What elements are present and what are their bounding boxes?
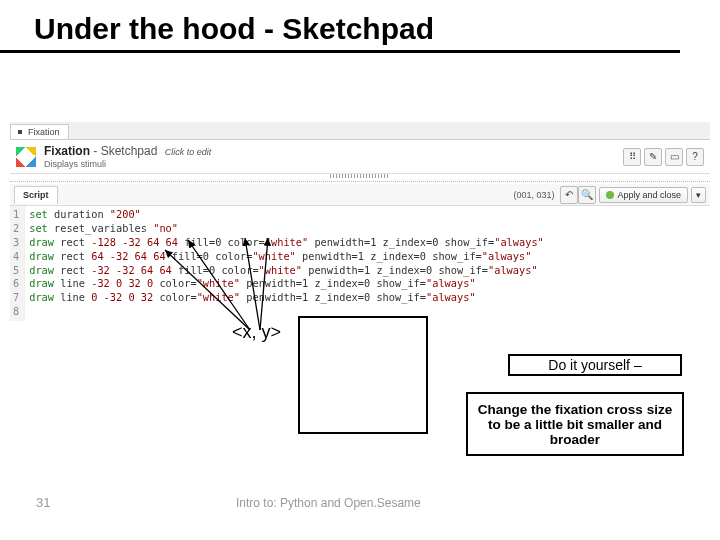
script-toolbar: Script (001, 031) ↶ 🔍 Apply and close ▾ <box>10 184 710 206</box>
annotation-diy-box: Do it yourself – <box>508 354 682 376</box>
opensesame-app: Fixation Fixation - Sketchpad Click to e… <box>10 122 710 325</box>
click-to-edit-hint: Click to edit <box>165 147 212 157</box>
annotation-task-box: Change the fixation cross size to be a l… <box>466 392 684 456</box>
fixation-icon <box>15 127 25 137</box>
apply-dot-icon <box>606 191 614 199</box>
script-editor[interactable]: 12345678 set duration "200" set reset_va… <box>10 206 710 325</box>
tab-label: Fixation <box>28 127 60 137</box>
tab-fixation[interactable]: Fixation <box>10 124 69 139</box>
svg-line-2 <box>245 238 260 330</box>
pick-icon[interactable]: ⠿ <box>623 148 641 166</box>
tab-script[interactable]: Script <box>14 186 58 204</box>
slide-title: Under the hood - Sketchpad <box>0 0 680 53</box>
apply-menu-caret[interactable]: ▾ <box>691 187 706 203</box>
rename-icon[interactable]: ✎ <box>644 148 662 166</box>
item-subtitle: Displays stimuli <box>44 159 615 169</box>
header-buttons: ⠿ ✎ ▭ ? <box>623 148 704 166</box>
sketchpad-icon <box>16 147 36 167</box>
apply-and-close-button[interactable]: Apply and close <box>599 187 688 203</box>
history-icon[interactable]: ↶ <box>560 186 578 204</box>
line-gutter: 12345678 <box>10 206 25 321</box>
slide-footer: Intro to: Python and Open.Sesame <box>236 496 421 510</box>
help-icon[interactable]: ? <box>686 148 704 166</box>
cursor-coords: (001, 031) <box>513 190 554 200</box>
item-name: Fixation <box>44 144 90 158</box>
tab-bar: Fixation <box>10 122 710 140</box>
svg-line-1 <box>188 240 250 330</box>
item-type: - Sketchpad <box>90 144 157 158</box>
minimize-icon[interactable]: ▭ <box>665 148 683 166</box>
splitter[interactable] <box>10 174 710 182</box>
slide-number: 31 <box>36 495 50 510</box>
annotation-arrows <box>160 230 360 340</box>
apply-label: Apply and close <box>617 190 681 200</box>
svg-line-3 <box>260 238 268 330</box>
item-title[interactable]: Fixation - Sketchpad Click to edit <box>44 144 615 158</box>
search-icon[interactable]: 🔍 <box>578 186 596 204</box>
svg-line-0 <box>165 250 250 330</box>
item-header: Fixation - Sketchpad Click to edit Displ… <box>10 140 710 174</box>
